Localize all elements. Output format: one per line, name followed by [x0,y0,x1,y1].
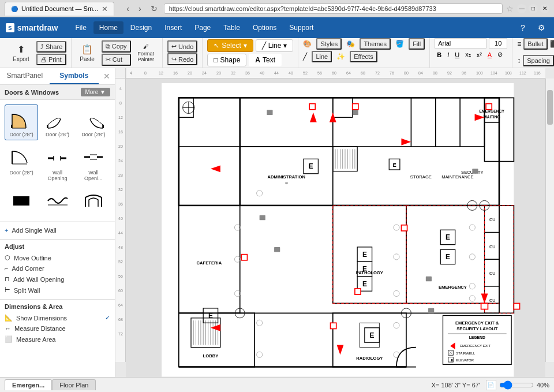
split-wall-button[interactable]: ⊢ Split Wall [5,285,110,296]
add-single-wall-button[interactable]: + Add Single Wall [5,225,110,236]
subscript-button[interactable]: x₂ [463,50,473,59]
close-button[interactable]: ✕ [540,4,549,13]
svg-text:⊙: ⊙ [285,181,288,185]
bullet-button[interactable]: Bullet [523,38,548,50]
symbol-wall-opening[interactable]: Wall Opening [40,143,74,184]
svg-rect-165 [426,277,432,281]
svg-text:RADIOLOGY: RADIOLOGY [356,356,383,361]
symbol-door-2[interactable]: Door (28") [40,104,74,140]
menu-options[interactable]: Options [247,21,282,34]
measure-area-button[interactable]: ⬜ Measure Area [5,334,110,345]
superscript-button[interactable]: x² [474,51,484,59]
menu-page[interactable]: Page [189,21,216,34]
svg-rect-162 [353,110,358,115]
menu-file[interactable]: File [70,21,92,34]
move-outline-button[interactable]: ⬡ Move Outline [5,252,110,263]
panel-close-button[interactable]: ✕ [99,68,115,84]
status-bar: Emergen... Floor Plan X= 108' 3" Y= 67' … [0,377,554,392]
measure-area-icon: ⬜ [5,335,13,343]
align-icon: ⬛ [550,40,554,48]
zoom-slider[interactable] [499,380,534,390]
scrollbar-right[interactable] [545,79,554,362]
menu-support[interactable]: Support [283,21,319,34]
symbol-wall-opening-2[interactable]: Wall Openi... [77,143,110,184]
menu-table[interactable]: Table [218,21,246,34]
show-dimensions-button[interactable]: 📐 Show Dimensions ✓ [5,312,110,323]
print-button[interactable]: 🖨 Print [36,54,66,65]
copy-button[interactable]: ⧉ Copy [102,40,131,53]
tab-smartpanel[interactable]: SmartPanel [0,68,50,84]
minimize-button[interactable]: — [517,4,526,13]
canvas-content[interactable]: E E [126,79,545,377]
svg-rect-174 [486,104,492,110]
select-button[interactable]: ↖ Select ▾ [207,39,253,52]
export-button[interactable]: ⬆ Export [9,42,33,65]
menu-home[interactable]: Home [93,21,123,34]
back-button[interactable]: ‹ [123,3,132,14]
measure-distance-button[interactable]: ↔ Measure Distance [5,323,110,334]
line2-button[interactable]: Line [312,51,332,62]
format-painter-icon: 🖌 [143,43,149,50]
help-button[interactable]: ? [516,21,530,35]
redo-button[interactable]: ↪ Redo [167,53,197,65]
symbol-wave[interactable] [40,186,74,216]
tab-symbols[interactable]: Symbols [50,68,99,84]
more-button[interactable]: More ▼ [81,88,110,96]
svg-text:24: 24 [118,159,123,163]
symbol-door-4[interactable]: Door (28") [5,143,38,184]
cut-button[interactable]: ✂ Cut [102,54,131,66]
symbol-arch[interactable] [77,186,110,216]
spacing-button[interactable]: Spacing [523,55,554,66]
svg-text:4: 4 [130,71,132,75]
canvas-area[interactable]: 4 8 12 16 20 24 28 32 36 40 44 48 52 56 … [115,68,554,377]
undo-button[interactable]: ↩ Undo [167,40,197,53]
share-button[interactable]: ⤴ Share [36,41,66,53]
text-button[interactable]: A Text [249,54,282,66]
settings-button[interactable]: ⚙ [534,21,548,35]
share-icon: ⤴ [40,43,44,50]
fill-button[interactable]: Fill [409,38,425,50]
styles-button[interactable]: Styles [316,38,342,50]
maximize-button[interactable]: □ [529,4,538,13]
zoom-percent: 40% [537,382,549,389]
font-name-input[interactable] [435,38,486,48]
menu-design[interactable]: Design [125,21,158,34]
shape-button[interactable]: □ Shape [207,54,246,66]
address-bar[interactable] [164,3,503,14]
line-icon: ╱ [262,42,266,50]
symbol-solid[interactable] [5,186,38,216]
bold-button[interactable]: B [435,51,444,59]
effects-button[interactable]: Effects [350,51,377,62]
add-corner-button[interactable]: ⌐ Add Corner [5,263,110,274]
italic-button[interactable]: I [445,51,451,59]
cut-icon: ✂ [106,56,111,64]
font-color-button[interactable]: A [485,51,494,59]
floorplan-svg[interactable]: E E [130,83,545,377]
symbol-door-1[interactable]: Door (28") [5,104,38,140]
svg-text:ICU: ICU [488,298,495,303]
paste-button[interactable]: 📋 Paste [76,42,98,65]
svg-text:76: 76 [390,71,394,75]
forward-button[interactable]: › [136,3,144,14]
font-clear-button[interactable]: ⊘ [495,50,505,59]
browser-tab[interactable]: 🔵 Untitled Document — Sm... ✕ [5,2,114,16]
bookmark-icon[interactable]: ☆ [506,4,514,13]
font-size-input[interactable] [489,38,507,48]
arch-icon [81,189,106,212]
scrollbar-thumb[interactable] [547,90,553,125]
tab-close-icon[interactable]: ✕ [102,5,108,13]
svg-text:STAIRWELL: STAIRWELL [456,352,476,355]
tab-floor-plan[interactable]: Floor Plan [52,379,96,390]
svg-text:12: 12 [159,71,163,75]
format-painter-button[interactable]: 🖌 Format Painter [134,41,158,65]
refresh-button[interactable]: ↻ [148,3,160,14]
line-button[interactable]: ╱ Line ▾ [256,39,294,52]
svg-text:28: 28 [118,173,123,177]
show-dimensions-check: ✓ [105,314,110,322]
tab-emergency[interactable]: Emergen... [5,379,52,390]
underline-button[interactable]: U [452,51,462,59]
themes-button[interactable]: Themes [360,38,391,50]
menu-insert[interactable]: Insert [159,21,188,34]
symbol-door-3[interactable]: Door (28") [77,104,110,140]
add-wall-opening-button[interactable]: ⊓ Add Wall Opening [5,274,110,285]
